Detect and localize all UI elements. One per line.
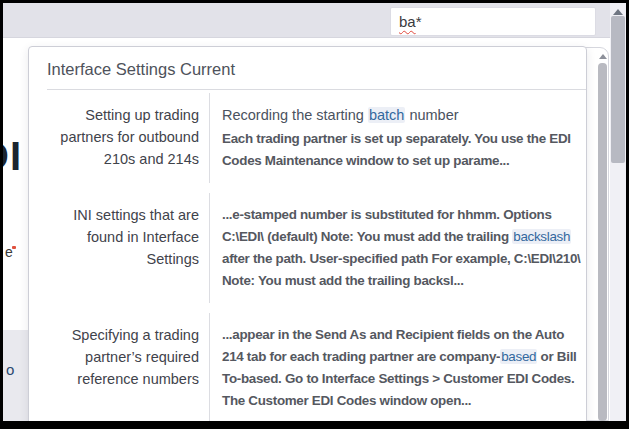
search-query-text: ba: [399, 13, 416, 30]
dropdown-title: Interface Settings Current: [29, 47, 586, 89]
background-text-fragment-2: o: [6, 361, 14, 378]
search-term-highlight: batch: [368, 107, 405, 123]
background-red-mark: [12, 246, 16, 249]
toolbar: ba*: [3, 3, 610, 38]
window-frame-top: [0, 0, 629, 3]
window-frame-left: [0, 0, 3, 429]
search-results-dropdown: Interface Settings Current Setting up tr…: [28, 46, 587, 429]
search-term-highlight: backslash: [512, 229, 571, 244]
window-frame-bottom: [0, 421, 629, 429]
help-window: ba* DI e o Interface Settings Current Se…: [0, 0, 629, 429]
window-scrollbar-track[interactable]: [610, 3, 626, 421]
result-body: Recording the starting batch numberEach …: [209, 93, 586, 183]
result-body: ...e-stamped number is substituted for h…: [209, 193, 586, 303]
result-topic-title[interactable]: INI settings that are found in Interface…: [47, 193, 209, 303]
result-snippet: Each trading partner is set up separatel…: [222, 128, 581, 172]
topic-scrollbar-thumb[interactable]: [598, 63, 607, 421]
result-body: ...appear in the Send As and Recipient f…: [209, 313, 586, 423]
search-result-row[interactable]: INI settings that are found in Interface…: [47, 193, 586, 303]
result-title-link[interactable]: Recording the starting batch number: [222, 104, 581, 126]
topic-scroll-up-icon[interactable]: [599, 54, 607, 59]
background-page-fragments: DI e o: [3, 38, 28, 421]
search-input[interactable]: ba*: [390, 7, 596, 36]
search-term-highlight: based: [500, 349, 537, 364]
search-result-row[interactable]: Setting up trading partners for outbound…: [47, 93, 586, 183]
result-topic-title[interactable]: Setting up trading partners for outbound…: [47, 93, 209, 183]
window-scrollbar-thumb[interactable]: [611, 16, 625, 163]
result-topic-title[interactable]: Specifying a trading partner’s required …: [47, 313, 209, 423]
result-snippet: ...e-stamped number is substituted for h…: [222, 204, 581, 292]
scroll-up-icon[interactable]: [613, 9, 623, 15]
results-list: Setting up trading partners for outbound…: [29, 90, 586, 423]
result-snippet: ...appear in the Send As and Recipient f…: [222, 324, 581, 412]
background-heading-fragment: DI: [3, 134, 22, 178]
search-query-wildcard: *: [416, 13, 422, 30]
background-gray-panel: o: [3, 330, 28, 421]
search-result-row[interactable]: Specifying a trading partner’s required …: [47, 313, 586, 423]
